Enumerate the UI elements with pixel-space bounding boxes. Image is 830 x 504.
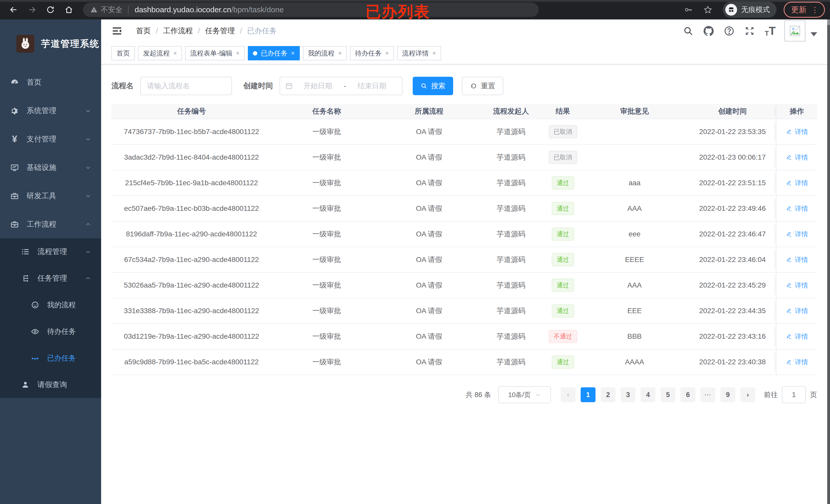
breadcrumb-item[interactable]: 任务管理 xyxy=(205,26,235,36)
page-size-select[interactable]: 10条/页 xyxy=(498,386,551,403)
process-name-input[interactable]: 请输入流程名 xyxy=(140,77,232,95)
page-button-9[interactable]: 9 xyxy=(721,387,735,402)
reload-icon[interactable] xyxy=(44,4,56,15)
table-cell: 芋道源码 xyxy=(476,357,546,367)
sidebar-item-已办任务[interactable]: 已办任务 xyxy=(0,345,101,371)
detail-link[interactable]: 详情 xyxy=(786,255,808,264)
detail-link[interactable]: 详情 xyxy=(786,281,808,290)
detail-link[interactable]: 详情 xyxy=(786,230,808,239)
detail-link[interactable]: 详情 xyxy=(786,178,808,188)
incognito-badge[interactable]: 无痕模式 xyxy=(723,2,776,18)
tab-首页[interactable]: 首页 xyxy=(111,46,135,60)
pencil-icon xyxy=(786,128,795,135)
avatar[interactable] xyxy=(785,21,805,41)
close-icon[interactable]: × xyxy=(338,49,342,57)
sidebar-item-任务管理[interactable]: 任务管理 xyxy=(0,265,101,292)
incognito-icon xyxy=(725,4,737,15)
search-icon[interactable] xyxy=(683,26,694,36)
search-button[interactable]: 搜索 xyxy=(413,77,453,95)
tab-label: 首页 xyxy=(117,49,130,58)
chevron-down-icon xyxy=(85,193,91,199)
table-cell: 一级审批 xyxy=(272,280,382,290)
breadcrumb-item[interactable]: 工作流程 xyxy=(163,26,193,36)
close-icon[interactable]: × xyxy=(236,49,240,57)
address-bar[interactable]: 不安全 dashboard.yudao.iocoder.cn/bpm/task/… xyxy=(83,3,539,17)
start-date-placeholder[interactable]: 开始日期 xyxy=(293,81,343,91)
key-icon[interactable] xyxy=(684,5,693,14)
table-cell: 芋道源码 xyxy=(476,229,546,239)
update-button[interactable]: 更新 ⋮ xyxy=(784,2,825,18)
close-icon[interactable]: × xyxy=(173,49,177,57)
status-badge: 不通过 xyxy=(549,330,577,343)
warning-icon[interactable] xyxy=(90,6,98,13)
detail-link[interactable]: 详情 xyxy=(786,306,808,315)
page-button-1[interactable]: 1 xyxy=(581,387,596,402)
close-icon[interactable]: × xyxy=(433,49,436,57)
close-icon[interactable]: × xyxy=(291,49,295,57)
collapse-sidebar-icon[interactable] xyxy=(111,25,123,37)
table-cell: OA 请假 xyxy=(382,255,476,265)
window-scrollbar[interactable] xyxy=(827,20,830,504)
caret-down-icon[interactable] xyxy=(810,32,817,36)
more-pages-button[interactable]: ⋯ xyxy=(700,387,715,402)
tab-label: 已办任务 xyxy=(261,49,288,58)
sidebar-item-label: 已办任务 xyxy=(47,353,76,363)
sidebar-item-系统管理[interactable]: 系统管理 xyxy=(0,96,101,125)
page-button-3[interactable]: 3 xyxy=(620,387,635,402)
sidebar-item-label: 请假查询 xyxy=(37,380,67,390)
tab-已办任务[interactable]: 已办任务× xyxy=(248,46,300,60)
sidebar-item-支付管理[interactable]: ¥支付管理 xyxy=(0,125,101,153)
action-cell: 详情 xyxy=(776,196,817,221)
opinion-cell: AAA xyxy=(580,281,689,289)
sidebar-item-请假查询[interactable]: 请假查询 xyxy=(0,371,101,398)
page-button-6[interactable]: 6 xyxy=(680,387,695,402)
next-page-button[interactable]: › xyxy=(740,387,755,402)
sidebar-item-工作流程[interactable]: 工作流程 xyxy=(0,210,101,238)
column-header: 所属流程 xyxy=(382,106,476,116)
chevron-up-icon xyxy=(85,221,91,228)
sidebar-item-流程管理[interactable]: 流程管理 xyxy=(0,238,101,265)
detail-label: 详情 xyxy=(795,230,808,239)
github-icon[interactable] xyxy=(703,26,714,36)
breadcrumb-item[interactable]: 首页 xyxy=(136,26,151,36)
time-cell: 2022-01-22 23:49:46 xyxy=(689,204,776,212)
end-date-placeholder[interactable]: 结束日期 xyxy=(347,81,397,91)
tab-发起流程[interactable]: 发起流程× xyxy=(138,46,182,60)
date-range-input[interactable]: 开始日期 - 结束日期 xyxy=(280,77,403,95)
sidebar-item-基础设施[interactable]: 基础设施 xyxy=(0,153,101,182)
page-button-5[interactable]: 5 xyxy=(661,387,675,402)
star-icon[interactable] xyxy=(703,5,712,14)
forward-icon[interactable] xyxy=(26,4,38,15)
tab-我的流程[interactable]: 我的流程× xyxy=(303,46,347,60)
detail-link[interactable]: 详情 xyxy=(786,358,808,367)
page-button-2[interactable]: 2 xyxy=(601,387,615,402)
reset-button[interactable]: 重置 xyxy=(462,77,503,95)
sidebar-item-研发工具[interactable]: 研发工具 xyxy=(0,182,101,210)
menu-dots-icon[interactable]: ⋮ xyxy=(811,5,819,14)
page-button-4[interactable]: 4 xyxy=(641,387,656,402)
close-icon[interactable]: × xyxy=(385,49,389,57)
sidebar-item-我的流程[interactable]: 我的流程 xyxy=(0,292,101,318)
sidebar-item-待办任务[interactable]: 待办任务 xyxy=(0,318,101,345)
detail-link[interactable]: 详情 xyxy=(786,153,808,162)
status-badge: 通过 xyxy=(552,279,574,292)
tab-流程详情[interactable]: 流程详情× xyxy=(397,46,441,60)
sidebar-item-首页[interactable]: 首页 xyxy=(0,68,101,96)
security-label[interactable]: 不安全 xyxy=(101,5,122,14)
detail-link[interactable]: 详情 xyxy=(786,127,808,136)
column-header: 流程发起人 xyxy=(476,106,546,116)
back-icon[interactable] xyxy=(8,4,20,15)
logo-row[interactable]: 芋道管理系统 xyxy=(0,20,101,68)
help-icon[interactable] xyxy=(724,26,735,36)
home-icon[interactable] xyxy=(63,4,75,15)
jump-page-input[interactable] xyxy=(782,386,806,403)
detail-link[interactable]: 详情 xyxy=(786,332,808,341)
tab-待办任务[interactable]: 待办任务× xyxy=(350,46,394,60)
time-cell: 2022-01-22 23:46:04 xyxy=(689,256,776,264)
tab-流程表单-编辑[interactable]: 流程表单-编辑× xyxy=(185,46,245,60)
detail-link[interactable]: 详情 xyxy=(786,204,808,213)
prev-page-button[interactable]: ‹ xyxy=(561,387,576,402)
fullscreen-icon[interactable] xyxy=(744,26,755,36)
table-cell: 一级审批 xyxy=(272,357,382,367)
font-size-icon[interactable]: TT xyxy=(765,25,776,37)
